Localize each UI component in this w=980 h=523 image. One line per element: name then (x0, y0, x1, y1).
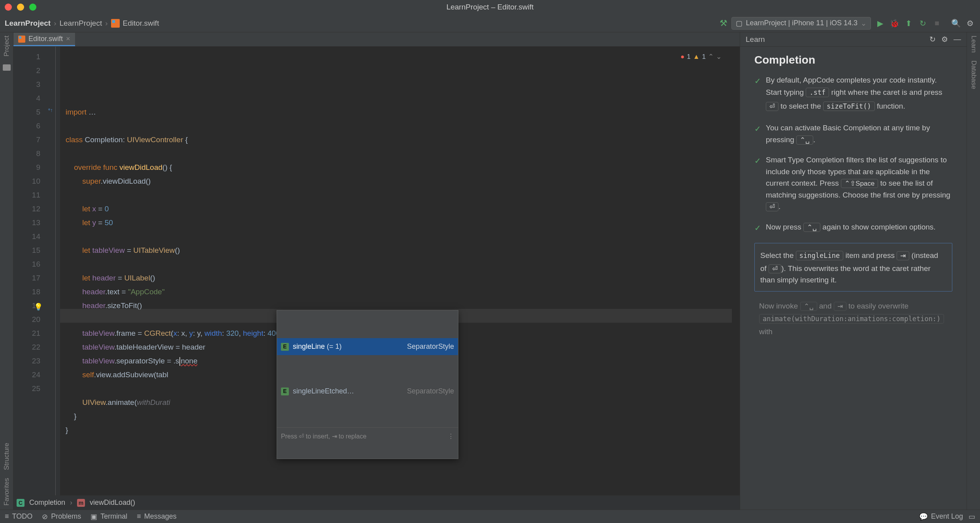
check-icon: ✓ (754, 155, 761, 212)
lesson-step: ✓ By default, AppCode completes your cod… (754, 74, 952, 113)
intention-bulb-icon[interactable]: 💡 (34, 300, 43, 314)
build-icon[interactable]: ⚒ (720, 18, 727, 28)
warning-icon: ⊘ (42, 512, 48, 521)
enum-icon: E (281, 343, 289, 351)
learn-toolwindow-tab[interactable]: Learn (970, 36, 978, 53)
line-number: 23 (13, 354, 40, 368)
fold-guide (55, 47, 56, 495)
completion-item-selected[interactable]: E singleLine (= 1) SeparatorStyle (277, 338, 458, 355)
breadcrumb-project[interactable]: LearnProject (5, 19, 51, 28)
line-number: 4 (13, 91, 40, 105)
bell-icon: 💬 (919, 512, 928, 521)
completion-type: SeparatorStyle (407, 340, 454, 354)
enum-icon: E (281, 388, 289, 395)
more-icon[interactable]: ⋮ (448, 429, 454, 443)
code-line (66, 122, 68, 130)
search-icon[interactable]: 🔍 (951, 18, 961, 28)
keyboard-key: ⌃⇧Space (841, 179, 878, 188)
line-number: 7 (13, 133, 40, 147)
run-configuration-selector[interactable]: ▢ LearnProject | iPhone 11 | iOS 14.3 ⌄ (731, 17, 871, 30)
settings-icon[interactable]: ⚙ (965, 18, 975, 28)
line-number: 20 (13, 312, 40, 326)
navigation-breadcrumbs: LearnProject › LearnProject › Editor.swi… (5, 19, 159, 28)
code-line: tableView.separatorStyle = .snone (66, 357, 198, 365)
profile-button[interactable]: ↻ (918, 18, 928, 28)
footer-method[interactable]: viewDidLoad() (90, 499, 135, 507)
favorites-toolwindow-tab[interactable]: Favorites (3, 478, 11, 506)
line-number: 13 (13, 216, 40, 230)
code-snippet: sizeToFit() (823, 102, 875, 111)
database-toolwindow-tab[interactable]: Database (970, 60, 978, 89)
project-toolwindow-tab[interactable]: Project (3, 36, 11, 56)
warning-icon: ▲ (693, 50, 700, 64)
error-count: 1 (687, 50, 690, 64)
statusbar-widget-icon[interactable]: ▭ (969, 512, 975, 521)
keyboard-key: ⇥ (834, 302, 846, 311)
minimize-icon[interactable]: — (954, 35, 961, 44)
breadcrumb-file[interactable]: Editor.swift (123, 19, 159, 28)
restart-icon[interactable]: ↻ (929, 35, 936, 44)
line-number: 3 (13, 77, 40, 91)
swift-file-icon (111, 19, 120, 28)
inspection-summary[interactable]: ●1 ▲1 ⌃ ⌄ (680, 50, 722, 64)
check-icon: ✓ (754, 123, 761, 145)
editor-tab-active[interactable]: Editor.swift × (13, 33, 75, 46)
code-snippet: singleLine (796, 251, 843, 260)
keyboard-key: ⌃␣ (803, 223, 820, 232)
titlebar: LearnProject – Editor.swift (0, 0, 980, 14)
keyboard-key: ⏎ (769, 264, 781, 273)
code-snippet: animate(withDuration:animations:completi… (759, 314, 944, 324)
folder-icon[interactable] (3, 64, 11, 71)
problems-toolwindow-button[interactable]: ⊘Problems (42, 512, 81, 521)
learn-header-title: Learn (746, 35, 765, 44)
run-button[interactable]: ▶ (875, 18, 885, 28)
terminal-toolwindow-button[interactable]: ▣Terminal (90, 512, 127, 521)
completion-type: SeparatorStyle (407, 384, 454, 398)
completion-item[interactable]: E singleLineEtched… SeparatorStyle (277, 383, 458, 400)
line-number: 22 (13, 340, 40, 354)
breadcrumb-folder[interactable]: LearnProject (59, 19, 102, 28)
window-zoom-button[interactable] (29, 4, 36, 11)
event-log-button[interactable]: 💬Event Log (919, 512, 963, 521)
keyboard-key: ⌃␣ (796, 135, 813, 145)
lesson-step: ✓ Now press ⌃␣ again to show completion … (754, 221, 952, 234)
swift-file-icon (18, 36, 25, 43)
code-line (66, 384, 68, 393)
chevron-down-icon: ⌄ (861, 19, 867, 28)
keyboard-key: ⇥ (897, 251, 909, 260)
line-number: 17 (13, 271, 40, 285)
line-number: 5 (13, 105, 40, 119)
code-editor[interactable]: ●1 ▲1 ⌃ ⌄ 💡 import … class Completion: U… (60, 47, 732, 495)
next-highlight-icon[interactable]: ⌄ (716, 50, 722, 64)
window-close-button[interactable] (5, 4, 12, 11)
todo-toolwindow-button[interactable]: ≡TODO (5, 512, 32, 521)
window-minimize-button[interactable] (17, 4, 24, 11)
code-line: UIView.animate(withDurati (66, 398, 170, 406)
coverage-button[interactable]: ⬆ (903, 18, 914, 28)
line-number: 6 (13, 119, 40, 133)
override-gutter-icon[interactable]: ᵒ↑ (47, 106, 55, 114)
footer-class[interactable]: Completion (29, 499, 65, 507)
debug-button[interactable]: 🐞 (889, 18, 899, 28)
messages-toolwindow-button[interactable]: ≡Messages (137, 512, 177, 521)
prev-highlight-icon[interactable]: ⌃ (708, 50, 714, 64)
learn-panel: Learn ↻ ⚙ — Completion ✓ By default, App… (740, 32, 967, 510)
chevron-right-icon: › (70, 499, 72, 507)
completion-popup[interactable]: E singleLine (= 1) SeparatorStyle E sing… (277, 310, 458, 459)
line-number: 10 (13, 174, 40, 188)
line-number: 24 (13, 368, 40, 382)
code-line: let x = 0 (66, 205, 109, 213)
line-number: 2 (13, 64, 40, 77)
right-tool-strip: Learn Database (967, 32, 980, 510)
run-config-text: LearnProject | iPhone 11 | iOS 14.3 (746, 19, 858, 27)
code-line (66, 149, 68, 158)
check-icon: ✓ (754, 75, 761, 113)
line-number-gutter: 1 2 3 4 5 6 7 8 9 10 11 12 13 14 15 16 1 (13, 47, 44, 495)
lesson-step-future: Now invoke ⌃␣ and ⇥ to easily overwrite … (754, 300, 952, 337)
editor-error-stripe[interactable] (732, 47, 740, 495)
structure-toolwindow-tab[interactable]: Structure (3, 443, 11, 470)
close-tab-icon[interactable]: × (66, 35, 70, 43)
settings-icon[interactable]: ⚙ (941, 35, 948, 44)
completion-hint: Press ⏎ to insert, ⇥ to replace ⋮ (277, 427, 458, 445)
keyboard-key: ⏎ (766, 102, 778, 111)
